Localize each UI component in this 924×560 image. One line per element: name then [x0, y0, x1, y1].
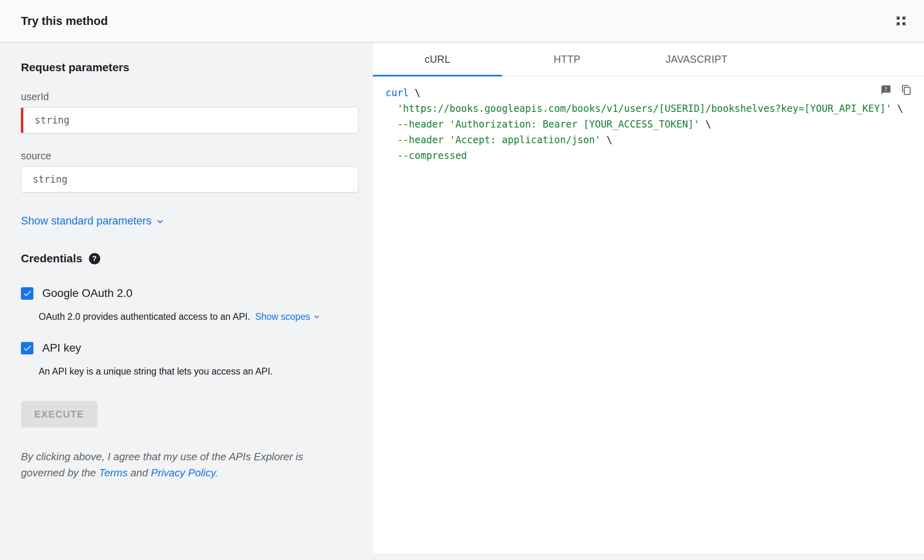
execute-button[interactable]: EXECUTE	[21, 401, 97, 428]
checkbox-checked-icon	[23, 343, 32, 353]
checkbox-checked-icon	[23, 288, 32, 298]
code-panel: curl \ 'https://books.googleapis.com/boo…	[373, 76, 924, 553]
code-block: curl \ 'https://books.googleapis.com/boo…	[386, 85, 908, 164]
privacy-policy-link[interactable]: Privacy Policy	[151, 467, 215, 479]
tab-curl[interactable]: cURL	[373, 43, 502, 76]
code-line: --header 'Accept: application/json' \	[386, 132, 908, 148]
request-parameters-heading: Request parameters	[21, 61, 358, 74]
oauth-label: Google OAuth 2.0	[42, 287, 132, 300]
feedback-icon	[881, 84, 891, 95]
panel-header: Try this method	[0, 0, 924, 43]
field-label-userid: userId	[21, 91, 358, 103]
oauth-description: OAuth 2.0 provides authenticated access …	[39, 310, 358, 323]
chevron-down-icon	[312, 312, 322, 321]
credentials-heading: Credentials	[21, 252, 82, 265]
oauth-checkbox[interactable]	[21, 287, 33, 300]
oauth-credential-row: Google OAuth 2.0	[21, 287, 358, 300]
show-scopes-link[interactable]: Show scopes	[255, 310, 322, 323]
exit-fullscreen-icon	[895, 15, 907, 27]
try-this-method-panel: Try this method Request parameters userI…	[0, 0, 924, 560]
apikey-credential-row: API key	[21, 342, 358, 354]
source-input[interactable]	[21, 167, 358, 192]
feedback-button[interactable]	[881, 84, 891, 95]
code-line: --header 'Authorization: Bearer [YOUR_AC…	[386, 117, 908, 132]
userid-input[interactable]	[21, 107, 358, 133]
code-language-tabs: cURL HTTP JAVASCRIPT	[373, 43, 924, 76]
apikey-label: API key	[42, 342, 81, 354]
tab-javascript[interactable]: JAVASCRIPT	[632, 43, 761, 76]
content-area: Request parameters userId source Show st…	[0, 43, 924, 560]
copy-icon	[901, 84, 912, 95]
tab-http[interactable]: HTTP	[502, 43, 632, 76]
chevron-down-icon	[155, 216, 166, 227]
help-icon[interactable]: ?	[89, 253, 100, 264]
code-sample-panel: cURL HTTP JAVASCRIPT	[373, 43, 924, 560]
code-line: --compressed	[386, 148, 908, 164]
terms-link[interactable]: Terms	[99, 467, 128, 479]
request-sidebar: Request parameters userId source Show st…	[0, 43, 373, 560]
show-standard-parameters-link[interactable]: Show standard parameters	[21, 215, 166, 227]
collapse-panel-button[interactable]	[895, 15, 907, 27]
code-line: curl \	[386, 85, 908, 101]
field-label-source: source	[21, 150, 358, 162]
apikey-description: An API key is a unique string that lets …	[39, 365, 358, 378]
code-line: 'https://books.googleapis.com/books/v1/u…	[386, 101, 908, 117]
apikey-checkbox[interactable]	[21, 342, 33, 354]
code-toolbar	[881, 84, 912, 95]
copy-code-button[interactable]	[901, 84, 912, 95]
page-title: Try this method	[21, 14, 108, 28]
disclaimer: By clicking above, I agree that my use o…	[21, 449, 347, 481]
